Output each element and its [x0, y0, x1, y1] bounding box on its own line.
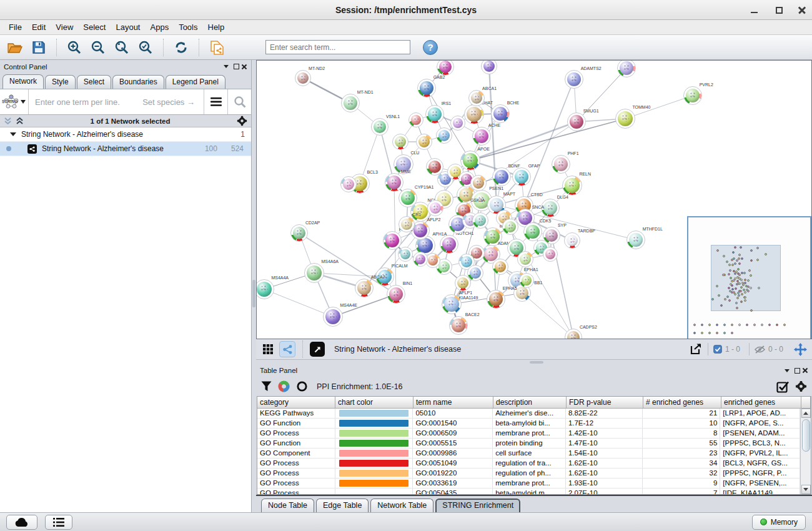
select-columns-icon[interactable] [776, 380, 789, 393]
network-node-bin1[interactable]: BIN1 [387, 285, 405, 304]
zoom-fit-button[interactable] [112, 37, 132, 57]
hidden-nodes-indicator[interactable]: 0 - 0 [749, 343, 788, 355]
filter-icon[interactable] [261, 381, 272, 392]
network-node-chat[interactable]: CHAT [464, 104, 484, 124]
expand-all-icon[interactable] [16, 117, 24, 125]
menu-item-edit[interactable]: Edit [27, 21, 51, 33]
network-node-gab2[interactable]: GAB2 [417, 79, 436, 97]
help-button[interactable]: ? [423, 40, 438, 55]
zoom-in-button[interactable] [64, 37, 84, 57]
network-node-tomm40[interactable]: TOMM40 [615, 109, 635, 129]
network-node-smug1[interactable]: SMUG1 [567, 112, 586, 131]
search-input[interactable] [265, 40, 410, 54]
network-node-bdnf[interactable]: BDNF [492, 167, 511, 186]
vertical-splitter[interactable] [252, 60, 256, 512]
network-node-cr1[interactable]: CR1 [399, 216, 415, 232]
save-session-button[interactable] [29, 37, 49, 57]
string-query-input[interactable]: Enter one term per line. [29, 97, 142, 107]
tab-network-table[interactable]: Network Table [370, 499, 433, 512]
table-row[interactable]: GO ProcessGO:0006509membrane prot...1.42… [257, 429, 800, 439]
column-header-enriched-genes[interactable]: enriched genes [721, 397, 801, 409]
network-canvas[interactable]: MT-ND2MT-ND1VSNL1GAB2ADAMTS2PVRL2SMUG1TO… [256, 60, 812, 339]
column-header-fdr-p-value[interactable]: FDR p-value [567, 397, 643, 409]
network-node[interactable] [543, 247, 558, 262]
network-node-ms4a6a[interactable]: MS4A6A [304, 263, 324, 283]
network-node-epha5[interactable]: EPHA5 [487, 290, 505, 309]
column-header-chart-color[interactable]: chart color [335, 397, 413, 409]
network-node-mt-nd1[interactable]: MT-ND1 [341, 94, 360, 112]
panel-close-button[interactable] [802, 367, 808, 374]
network-node-mt-nd2[interactable]: MT-ND2 [295, 70, 311, 86]
network-node[interactable] [392, 134, 408, 150]
minimize-button[interactable] [747, 4, 761, 16]
panel-close-button[interactable] [241, 64, 247, 70]
network-node[interactable] [340, 176, 357, 192]
network-collection-row[interactable]: String Network - Alzheimer's disease 1 [0, 127, 251, 142]
network-node-ppp5c[interactable]: PPP5C [383, 231, 402, 250]
network-node-apoe[interactable]: APOE [460, 151, 480, 171]
network-node[interactable] [502, 219, 518, 235]
network-node-ache[interactable]: ACHE [472, 127, 491, 146]
scrollbar-thumb[interactable] [802, 419, 810, 452]
export-view-button[interactable] [688, 341, 704, 357]
menu-item-apps[interactable]: Apps [146, 21, 174, 33]
menu-item-file[interactable]: File [4, 21, 27, 33]
network-node[interactable] [517, 251, 533, 267]
network-node-mme[interactable]: MME [385, 173, 404, 192]
network-node[interactable] [427, 200, 443, 216]
menu-item-view[interactable]: View [51, 21, 78, 33]
network-node-bace2[interactable]: BACE2 [449, 316, 468, 335]
network-node-cd2ap[interactable]: CD2AP [290, 224, 308, 242]
network-node[interactable] [408, 112, 423, 127]
column-header-term-name[interactable]: term name [413, 397, 493, 409]
tab-edge-table[interactable]: Edge Table [316, 499, 369, 512]
table-row[interactable]: GO ProcessGO:0050435beta-amyloid m...2.0… [257, 489, 800, 494]
network-node-reln[interactable]: RELN [562, 176, 582, 196]
panel-float-button[interactable] [231, 62, 241, 71]
birds-eye-view[interactable] [687, 216, 811, 339]
menu-item-tools[interactable]: Tools [174, 21, 202, 33]
network-node[interactable] [436, 127, 452, 144]
network-node-phf1[interactable]: PHF1 [552, 155, 570, 174]
string-database-selector[interactable]: STRING [0, 89, 29, 114]
table-row[interactable]: GO FunctionGO:0001540beta-amyloid bi...1… [257, 419, 800, 429]
tab-string-enrichment[interactable]: STRING Enrichment [435, 499, 520, 512]
grid-view-button[interactable] [260, 341, 276, 357]
network-node-bche[interactable]: BCHE [491, 104, 510, 123]
task-history-button[interactable] [45, 515, 72, 530]
pie-chart-icon[interactable] [278, 380, 290, 392]
table-row[interactable]: KEGG Pathways05010Alzheimer's dise...8.8… [257, 409, 800, 419]
tab-node-table[interactable]: Node Table [261, 499, 314, 512]
tab-style[interactable]: Style [45, 75, 76, 89]
scroll-up-button[interactable] [801, 409, 811, 418]
network-node-adamts2[interactable]: ADAMTS2 [565, 70, 583, 89]
column-header-category[interactable]: category [257, 397, 335, 409]
network-node-tardbp[interactable]: TARDBP [564, 232, 580, 249]
cloud-status-button[interactable] [6, 515, 37, 530]
scrollbar-track[interactable] [801, 418, 811, 485]
string-search-button[interactable] [227, 89, 251, 114]
menu-item-layout[interactable]: Layout [111, 21, 145, 33]
network-node-irs1[interactable]: IRS1 [425, 105, 444, 124]
network-node[interactable] [470, 175, 487, 191]
table-row[interactable]: GO FunctionGO:0005515protein binding1.47… [257, 439, 800, 449]
splitter-grip[interactable] [252, 280, 255, 307]
network-node[interactable] [416, 134, 432, 150]
tab-network[interactable]: Network [2, 74, 44, 89]
network-node-vsnl1[interactable]: VSNL1 [371, 118, 389, 136]
tab-boundaries[interactable]: Boundaries [112, 75, 164, 89]
string-options-button[interactable] [204, 89, 227, 114]
splitter-grip[interactable] [530, 361, 543, 364]
network-share-view-button[interactable] [279, 341, 295, 357]
ring-chart-icon[interactable] [296, 380, 308, 392]
zoom-out-button[interactable] [88, 37, 108, 57]
refresh-button[interactable] [171, 37, 191, 57]
menu-item-select[interactable]: Select [78, 21, 111, 33]
network-node-gfap[interactable]: GFAP [512, 167, 531, 186]
tab-legend-panel[interactable]: Legend Panel [166, 75, 225, 89]
network-node[interactable] [519, 273, 534, 288]
network-node[interactable] [455, 275, 471, 291]
detach-view-button[interactable] [310, 342, 325, 357]
selected-nodes-indicator[interactable]: 1 - 0 [708, 343, 745, 355]
set-species-button[interactable]: Set species → [142, 97, 204, 107]
